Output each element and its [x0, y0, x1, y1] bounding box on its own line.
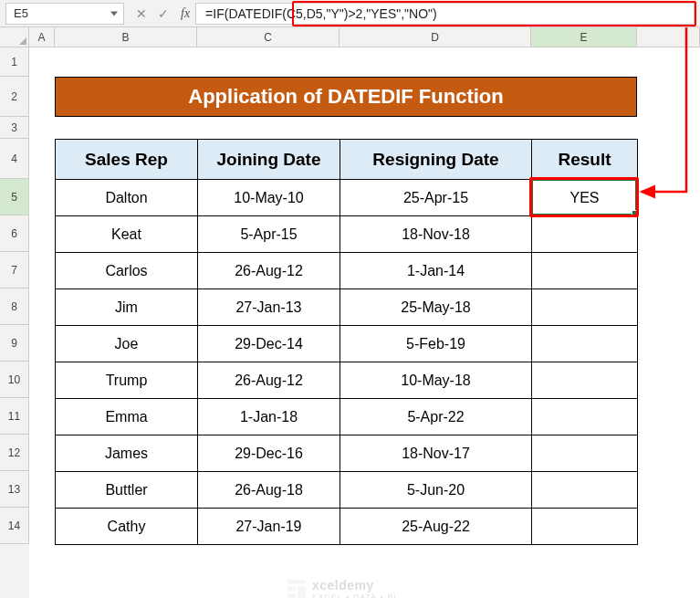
header-joining-date[interactable]: Joining Date — [198, 140, 340, 180]
col-header-C[interactable]: C — [197, 27, 340, 47]
row-header-7[interactable]: 7 — [0, 252, 29, 289]
row-header-9[interactable]: 9 — [0, 325, 29, 362]
cell-grid[interactable]: Application of DATEDIF Function Sales Re… — [29, 47, 700, 598]
cell-rep[interactable]: James — [56, 435, 198, 472]
table-row: Buttler26-Aug-185-Jun-20 — [56, 472, 638, 509]
data-table: Sales Rep Joining Date Resigning Date Re… — [55, 139, 638, 545]
select-all-corner[interactable] — [0, 27, 29, 47]
header-sales-rep[interactable]: Sales Rep — [56, 140, 198, 180]
column-headers: A B C D E — [0, 27, 700, 47]
cell-resign[interactable]: 18-Nov-18 — [340, 216, 532, 253]
cell-join[interactable]: 1-Jan-18 — [198, 399, 340, 435]
cell-join[interactable]: 27-Jan-13 — [198, 289, 340, 326]
row-header-4[interactable]: 4 — [0, 139, 29, 179]
col-header-B[interactable]: B — [55, 27, 197, 47]
table-row: Emma1-Jan-185-Apr-22 — [56, 399, 638, 435]
row-header-3[interactable]: 3 — [0, 117, 29, 139]
watermark: xceldemy EXCEL • DATA • BI — [285, 577, 397, 598]
cell-resign[interactable]: 25-Aug-22 — [340, 509, 532, 545]
table-row: Joe29-Dec-145-Feb-19 — [56, 326, 638, 362]
table-row: Keat5-Apr-1518-Nov-18 — [56, 216, 638, 253]
cell-rep[interactable]: Buttler — [56, 472, 198, 509]
row-header-6[interactable]: 6 — [0, 215, 29, 252]
row-header-1[interactable]: 1 — [0, 47, 29, 77]
row-header-13[interactable]: 13 — [0, 471, 29, 508]
col-header-D[interactable]: D — [340, 27, 531, 47]
row-header-12[interactable]: 12 — [0, 435, 29, 471]
row-header-11[interactable]: 11 — [0, 398, 29, 435]
col-header-blank[interactable] — [637, 27, 700, 47]
cell-join[interactable]: 29-Dec-16 — [198, 435, 340, 472]
cell-join[interactable]: 5-Apr-15 — [198, 216, 340, 253]
cell-resign[interactable]: 5-Apr-22 — [340, 399, 532, 435]
formula-input[interactable]: =IF(DATEDIF(C5,D5,"Y")>2,"YES","NO") — [195, 3, 695, 25]
confirm-icon[interactable]: ✓ — [155, 6, 172, 21]
watermark-brand: xceldemy — [312, 578, 374, 593]
cell-resign[interactable]: 25-May-18 — [340, 289, 532, 326]
header-resigning-date[interactable]: Resigning Date — [340, 140, 532, 180]
formula-bar: E5 ✕ ✓ fx =IF(DATEDIF(C5,D5,"Y")>2,"YES"… — [0, 0, 700, 27]
cell-resign[interactable]: 5-Feb-19 — [340, 326, 532, 362]
cell-result[interactable] — [532, 472, 638, 509]
cell-result[interactable] — [532, 289, 638, 326]
cancel-icon[interactable]: ✕ — [133, 6, 150, 21]
cell-result[interactable] — [532, 399, 638, 435]
cell-rep[interactable]: Keat — [56, 216, 198, 253]
cell-result[interactable]: YES — [532, 180, 638, 216]
cell-join[interactable]: 26-Aug-18 — [198, 472, 340, 509]
cell-resign[interactable]: 5-Jun-20 — [340, 472, 532, 509]
table-row: Cathy27-Jan-1925-Aug-22 — [56, 509, 638, 545]
formula-text: =IF(DATEDIF(C5,D5,"Y")>2,"YES","NO") — [205, 6, 437, 21]
cell-result[interactable] — [532, 216, 638, 253]
formula-bar-controls: ✕ ✓ — [133, 6, 172, 21]
cell-result[interactable] — [532, 326, 638, 362]
cell-rep[interactable]: Carlos — [56, 253, 198, 289]
row-header-10[interactable]: 10 — [0, 362, 29, 398]
row-header-8[interactable]: 8 — [0, 289, 29, 325]
cell-resign[interactable]: 18-Nov-17 — [340, 435, 532, 472]
cell-rep[interactable]: Joe — [56, 326, 198, 362]
cell-rep[interactable]: Jim — [56, 289, 198, 326]
watermark-tagline: EXCEL • DATA • BI — [312, 593, 397, 599]
cell-result[interactable] — [532, 509, 638, 545]
cell-resign[interactable]: 10-May-18 — [340, 362, 532, 399]
name-box[interactable]: E5 — [5, 3, 124, 25]
table-row: James29-Dec-1618-Nov-17 — [56, 435, 638, 472]
name-box-value: E5 — [14, 6, 28, 20]
cell-join[interactable]: 10-May-10 — [198, 180, 340, 216]
cell-resign[interactable]: 1-Jan-14 — [340, 253, 532, 289]
header-result[interactable]: Result — [532, 140, 638, 180]
cell-join[interactable]: 29-Dec-14 — [198, 326, 340, 362]
watermark-icon — [285, 577, 308, 598]
cell-join[interactable]: 26-Aug-12 — [198, 253, 340, 289]
table-row: Trump26-Aug-1210-May-18 — [56, 362, 638, 399]
cell-result[interactable] — [532, 435, 638, 472]
col-header-A[interactable]: A — [29, 27, 55, 47]
table-row: Dalton10-May-1025-Apr-15YES — [56, 180, 638, 216]
cell-result[interactable] — [532, 362, 638, 399]
title-banner: Application of DATEDIF Function — [55, 77, 637, 117]
row-header-14[interactable]: 14 — [0, 508, 29, 544]
table-row: Carlos26-Aug-121-Jan-14 — [56, 253, 638, 289]
cell-rep[interactable]: Emma — [56, 399, 198, 435]
row-header-2[interactable]: 2 — [0, 77, 29, 117]
table-row: Jim27-Jan-1325-May-18 — [56, 289, 638, 326]
fx-icon[interactable]: fx — [181, 6, 190, 21]
row-header-5[interactable]: 5 — [0, 179, 29, 215]
cell-result[interactable] — [532, 253, 638, 289]
cell-resign[interactable]: 25-Apr-15 — [340, 180, 532, 216]
cell-rep[interactable]: Trump — [56, 362, 198, 399]
table-header-row: Sales Rep Joining Date Resigning Date Re… — [56, 140, 638, 180]
cell-rep[interactable]: Dalton — [56, 180, 198, 216]
row-headers: 1 2 3 4 5 6 7 8 9 10 11 12 13 14 — [0, 47, 29, 598]
cell-join[interactable]: 27-Jan-19 — [198, 509, 340, 545]
col-header-E[interactable]: E — [531, 27, 637, 47]
title-text: Application of DATEDIF Function — [188, 85, 503, 109]
cell-join[interactable]: 26-Aug-12 — [198, 362, 340, 399]
cell-rep[interactable]: Cathy — [56, 509, 198, 545]
